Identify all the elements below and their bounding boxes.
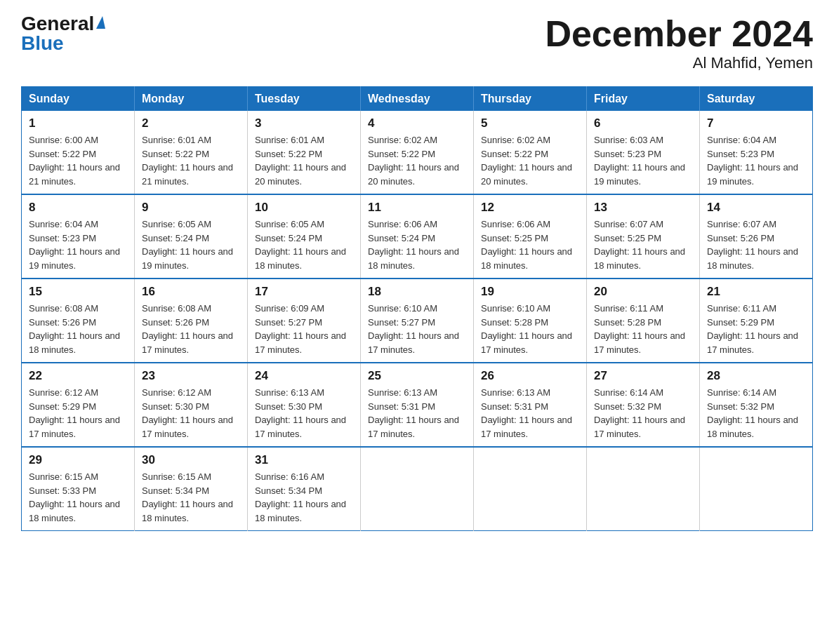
day-info: Sunrise: 6:05 AMSunset: 5:24 PMDaylight:… xyxy=(142,217,240,272)
day-number: 30 xyxy=(142,453,240,467)
calendar-day-cell: 8Sunrise: 6:04 AMSunset: 5:23 PMDaylight… xyxy=(22,194,135,279)
day-number: 4 xyxy=(368,116,466,130)
day-number: 11 xyxy=(368,201,466,215)
calendar-day-cell: 30Sunrise: 6:15 AMSunset: 5:34 PMDayligh… xyxy=(135,447,248,531)
day-info: Sunrise: 6:11 AMSunset: 5:28 PMDaylight:… xyxy=(594,302,692,356)
header-wednesday: Wednesday xyxy=(361,87,474,112)
calendar-day-cell xyxy=(361,447,474,531)
day-number: 18 xyxy=(368,285,466,299)
day-info: Sunrise: 6:12 AMSunset: 5:29 PMDaylight:… xyxy=(29,386,127,441)
day-number: 3 xyxy=(255,116,353,130)
day-number: 14 xyxy=(707,201,805,215)
calendar-day-cell: 11Sunrise: 6:06 AMSunset: 5:24 PMDayligh… xyxy=(361,194,474,279)
day-number: 19 xyxy=(481,285,579,299)
calendar-day-cell: 5Sunrise: 6:02 AMSunset: 5:22 PMDaylight… xyxy=(474,111,587,194)
day-info: Sunrise: 6:02 AMSunset: 5:22 PMDaylight:… xyxy=(368,133,466,188)
calendar-week-4: 22Sunrise: 6:12 AMSunset: 5:29 PMDayligh… xyxy=(22,363,813,447)
day-info: Sunrise: 6:04 AMSunset: 5:23 PMDaylight:… xyxy=(29,217,127,272)
day-number: 26 xyxy=(481,369,579,383)
day-number: 2 xyxy=(142,116,240,130)
day-number: 24 xyxy=(255,369,353,383)
day-number: 17 xyxy=(255,285,353,299)
header-friday: Friday xyxy=(587,87,700,112)
day-info: Sunrise: 6:01 AMSunset: 5:22 PMDaylight:… xyxy=(255,133,353,188)
calendar-day-cell: 18Sunrise: 6:10 AMSunset: 5:27 PMDayligh… xyxy=(361,279,474,363)
day-info: Sunrise: 6:07 AMSunset: 5:25 PMDaylight:… xyxy=(594,217,692,272)
day-info: Sunrise: 6:11 AMSunset: 5:29 PMDaylight:… xyxy=(707,302,805,356)
calendar-day-cell: 31Sunrise: 6:16 AMSunset: 5:34 PMDayligh… xyxy=(248,447,361,531)
header-thursday: Thursday xyxy=(474,87,587,112)
logo-blue-text: Blue xyxy=(21,34,64,53)
calendar-day-cell: 26Sunrise: 6:13 AMSunset: 5:31 PMDayligh… xyxy=(474,363,587,447)
day-number: 6 xyxy=(594,116,692,130)
calendar-day-cell: 17Sunrise: 6:09 AMSunset: 5:27 PMDayligh… xyxy=(248,279,361,363)
calendar-day-cell: 19Sunrise: 6:10 AMSunset: 5:28 PMDayligh… xyxy=(474,279,587,363)
day-info: Sunrise: 6:12 AMSunset: 5:30 PMDaylight:… xyxy=(142,386,240,441)
day-info: Sunrise: 6:04 AMSunset: 5:23 PMDaylight:… xyxy=(707,133,805,188)
calendar-subtitle: Al Mahfid, Yemen xyxy=(545,54,813,72)
day-number: 8 xyxy=(29,201,127,215)
calendar-day-cell: 14Sunrise: 6:07 AMSunset: 5:26 PMDayligh… xyxy=(700,194,813,279)
calendar-title: December 2024 xyxy=(545,14,813,54)
day-info: Sunrise: 6:13 AMSunset: 5:31 PMDaylight:… xyxy=(481,386,579,441)
day-info: Sunrise: 6:07 AMSunset: 5:26 PMDaylight:… xyxy=(707,217,805,272)
calendar-day-cell: 12Sunrise: 6:06 AMSunset: 5:25 PMDayligh… xyxy=(474,194,587,279)
calendar-day-cell: 23Sunrise: 6:12 AMSunset: 5:30 PMDayligh… xyxy=(135,363,248,447)
day-number: 10 xyxy=(255,201,353,215)
day-info: Sunrise: 6:15 AMSunset: 5:33 PMDaylight:… xyxy=(29,470,127,525)
day-info: Sunrise: 6:14 AMSunset: 5:32 PMDaylight:… xyxy=(594,386,692,441)
calendar-day-cell: 13Sunrise: 6:07 AMSunset: 5:25 PMDayligh… xyxy=(587,194,700,279)
calendar-day-cell: 9Sunrise: 6:05 AMSunset: 5:24 PMDaylight… xyxy=(135,194,248,279)
calendar-day-cell: 10Sunrise: 6:05 AMSunset: 5:24 PMDayligh… xyxy=(248,194,361,279)
calendar-day-cell: 29Sunrise: 6:15 AMSunset: 5:33 PMDayligh… xyxy=(22,447,135,531)
day-info: Sunrise: 6:08 AMSunset: 5:26 PMDaylight:… xyxy=(29,302,127,356)
calendar-week-1: 1Sunrise: 6:00 AMSunset: 5:22 PMDaylight… xyxy=(22,111,813,194)
logo-general-text: General xyxy=(21,14,94,34)
day-info: Sunrise: 6:05 AMSunset: 5:24 PMDaylight:… xyxy=(255,217,353,272)
day-info: Sunrise: 6:01 AMSunset: 5:22 PMDaylight:… xyxy=(142,133,240,188)
calendar-body: 1Sunrise: 6:00 AMSunset: 5:22 PMDaylight… xyxy=(22,111,813,531)
calendar-day-cell: 1Sunrise: 6:00 AMSunset: 5:22 PMDaylight… xyxy=(22,111,135,194)
day-number: 15 xyxy=(29,285,127,299)
calendar-day-cell: 25Sunrise: 6:13 AMSunset: 5:31 PMDayligh… xyxy=(361,363,474,447)
calendar-day-cell: 22Sunrise: 6:12 AMSunset: 5:29 PMDayligh… xyxy=(22,363,135,447)
calendar-day-cell: 3Sunrise: 6:01 AMSunset: 5:22 PMDaylight… xyxy=(248,111,361,194)
calendar-day-cell: 27Sunrise: 6:14 AMSunset: 5:32 PMDayligh… xyxy=(587,363,700,447)
day-info: Sunrise: 6:13 AMSunset: 5:30 PMDaylight:… xyxy=(255,386,353,441)
day-number: 9 xyxy=(142,201,240,215)
header-saturday: Saturday xyxy=(700,87,813,112)
day-number: 29 xyxy=(29,453,127,467)
day-number: 5 xyxy=(481,116,579,130)
day-number: 1 xyxy=(29,116,127,130)
day-number: 20 xyxy=(594,285,692,299)
calendar-day-cell: 20Sunrise: 6:11 AMSunset: 5:28 PMDayligh… xyxy=(587,279,700,363)
calendar-table: SundayMondayTuesdayWednesdayThursdayFrid… xyxy=(21,86,813,531)
day-info: Sunrise: 6:06 AMSunset: 5:25 PMDaylight:… xyxy=(481,217,579,272)
calendar-title-block: December 2024 Al Mahfid, Yemen xyxy=(545,14,813,72)
header-sunday: Sunday xyxy=(22,87,135,112)
day-number: 27 xyxy=(594,369,692,383)
day-number: 31 xyxy=(255,453,353,467)
page-header: General Blue December 2024 Al Mahfid, Ye… xyxy=(21,14,813,72)
calendar-day-cell: 6Sunrise: 6:03 AMSunset: 5:23 PMDaylight… xyxy=(587,111,700,194)
day-number: 13 xyxy=(594,201,692,215)
calendar-day-cell: 16Sunrise: 6:08 AMSunset: 5:26 PMDayligh… xyxy=(135,279,248,363)
calendar-day-cell: 15Sunrise: 6:08 AMSunset: 5:26 PMDayligh… xyxy=(22,279,135,363)
calendar-day-cell: 2Sunrise: 6:01 AMSunset: 5:22 PMDaylight… xyxy=(135,111,248,194)
logo: General Blue xyxy=(21,14,105,53)
calendar-week-5: 29Sunrise: 6:15 AMSunset: 5:33 PMDayligh… xyxy=(22,447,813,531)
day-info: Sunrise: 6:10 AMSunset: 5:28 PMDaylight:… xyxy=(481,302,579,356)
day-number: 7 xyxy=(707,116,805,130)
day-number: 16 xyxy=(142,285,240,299)
day-number: 25 xyxy=(368,369,466,383)
calendar-day-cell: 21Sunrise: 6:11 AMSunset: 5:29 PMDayligh… xyxy=(700,279,813,363)
day-number: 23 xyxy=(142,369,240,383)
day-info: Sunrise: 6:14 AMSunset: 5:32 PMDaylight:… xyxy=(707,386,805,441)
calendar-week-2: 8Sunrise: 6:04 AMSunset: 5:23 PMDaylight… xyxy=(22,194,813,279)
calendar-header: SundayMondayTuesdayWednesdayThursdayFrid… xyxy=(22,87,813,112)
calendar-day-cell xyxy=(474,447,587,531)
day-info: Sunrise: 6:08 AMSunset: 5:26 PMDaylight:… xyxy=(142,302,240,356)
day-number: 22 xyxy=(29,369,127,383)
day-number: 28 xyxy=(707,369,805,383)
day-info: Sunrise: 6:15 AMSunset: 5:34 PMDaylight:… xyxy=(142,470,240,525)
